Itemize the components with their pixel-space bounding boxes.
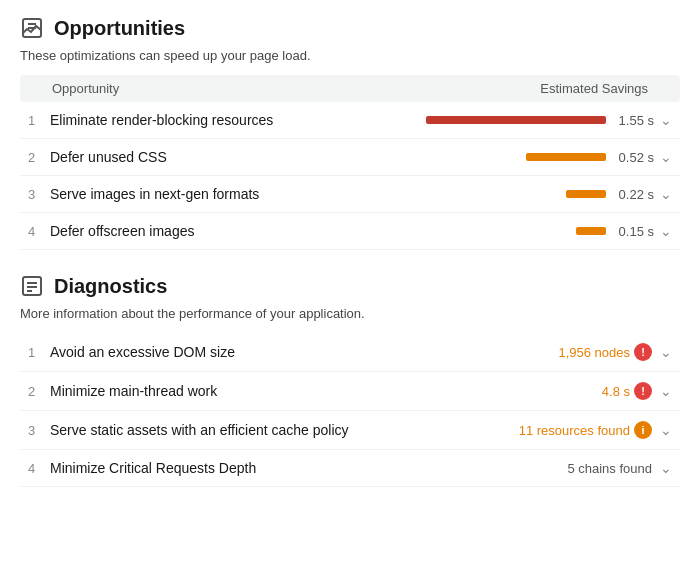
savings-value: 0.22 s (614, 187, 654, 202)
savings-bar-container (526, 153, 606, 161)
row-number: 3 (28, 423, 50, 438)
chevron-icon[interactable]: ⌄ (660, 186, 672, 202)
diag-value: 4.8 s (602, 384, 630, 399)
savings-value: 0.52 s (614, 150, 654, 165)
row-number: 1 (28, 345, 50, 360)
opportunities-title: Opportunities (54, 17, 185, 40)
savings-bar (526, 153, 606, 161)
row-label: Avoid an excessive DOM size (50, 344, 558, 360)
row-number: 3 (28, 187, 50, 202)
diagnostics-description: More information about the performance o… (20, 306, 680, 321)
row-number: 1 (28, 113, 50, 128)
diagnostics-icon (20, 274, 44, 298)
row-number: 2 (28, 150, 50, 165)
opportunity-row[interactable]: 1 Eliminate render-blocking resources 1.… (20, 102, 680, 139)
opportunities-description: These optimizations can speed up your pa… (20, 48, 680, 63)
diagnostic-row[interactable]: 2 Minimize main-thread work 4.8 s ! ⌄ (20, 372, 680, 411)
opportunity-row[interactable]: 4 Defer offscreen images 0.15 s ⌄ (20, 213, 680, 250)
opportunities-table-header: Opportunity Estimated Savings (20, 75, 680, 102)
opportunities-list: 1 Eliminate render-blocking resources 1.… (20, 102, 680, 250)
diag-value: 5 chains found (567, 461, 652, 476)
chevron-icon[interactable]: ⌄ (660, 223, 672, 239)
chevron-icon[interactable]: ⌄ (660, 112, 672, 128)
row-number: 4 (28, 224, 50, 239)
diagnostics-list: 1 Avoid an excessive DOM size 1,956 node… (20, 333, 680, 487)
opportunity-row[interactable]: 3 Serve images in next-gen formats 0.22 … (20, 176, 680, 213)
opportunities-section: Opportunities These optimizations can sp… (20, 16, 680, 250)
row-number: 4 (28, 461, 50, 476)
diagnostics-section: Diagnostics More information about the p… (20, 274, 680, 487)
savings-bar-container (576, 227, 606, 235)
row-right: 11 resources found i ⌄ (519, 421, 672, 439)
row-label: Serve static assets with an efficient ca… (50, 422, 519, 438)
opportunities-icon (20, 16, 44, 40)
warning-icon: ! (634, 382, 652, 400)
row-label: Defer unused CSS (50, 149, 526, 165)
savings-bar (576, 227, 606, 235)
diagnostic-row[interactable]: 1 Avoid an excessive DOM size 1,956 node… (20, 333, 680, 372)
row-right: 0.52 s ⌄ (526, 149, 672, 165)
row-right: 4.8 s ! ⌄ (602, 382, 672, 400)
chevron-icon[interactable]: ⌄ (660, 422, 672, 438)
chevron-icon[interactable]: ⌄ (660, 383, 672, 399)
diagnostics-header: Diagnostics (20, 274, 680, 298)
savings-value: 0.15 s (614, 224, 654, 239)
savings-bar-container (566, 190, 606, 198)
diagnostic-row[interactable]: 4 Minimize Critical Requests Depth 5 cha… (20, 450, 680, 487)
row-right: 0.15 s ⌄ (576, 223, 672, 239)
warning-icon: ! (634, 343, 652, 361)
row-right: 0.22 s ⌄ (566, 186, 672, 202)
diagnostic-row[interactable]: 3 Serve static assets with an efficient … (20, 411, 680, 450)
row-label: Minimize main-thread work (50, 383, 602, 399)
diagnostics-title: Diagnostics (54, 275, 167, 298)
row-right: 5 chains found ⌄ (567, 460, 672, 476)
row-label: Minimize Critical Requests Depth (50, 460, 567, 476)
row-label: Eliminate render-blocking resources (50, 112, 426, 128)
diag-value: 11 resources found (519, 423, 630, 438)
chevron-icon[interactable]: ⌄ (660, 460, 672, 476)
savings-bar-container (426, 116, 606, 124)
row-right: 1,956 nodes ! ⌄ (558, 343, 672, 361)
header-opportunity: Opportunity (52, 81, 119, 96)
row-label: Defer offscreen images (50, 223, 576, 239)
header-savings: Estimated Savings (540, 81, 648, 96)
row-label: Serve images in next-gen formats (50, 186, 566, 202)
savings-bar (566, 190, 606, 198)
chevron-icon[interactable]: ⌄ (660, 149, 672, 165)
row-right: 1.55 s ⌄ (426, 112, 672, 128)
savings-value: 1.55 s (614, 113, 654, 128)
info-icon: i (634, 421, 652, 439)
opportunities-header: Opportunities (20, 16, 680, 40)
savings-bar (426, 116, 606, 124)
diag-value: 1,956 nodes (558, 345, 630, 360)
chevron-icon[interactable]: ⌄ (660, 344, 672, 360)
row-number: 2 (28, 384, 50, 399)
opportunity-row[interactable]: 2 Defer unused CSS 0.52 s ⌄ (20, 139, 680, 176)
